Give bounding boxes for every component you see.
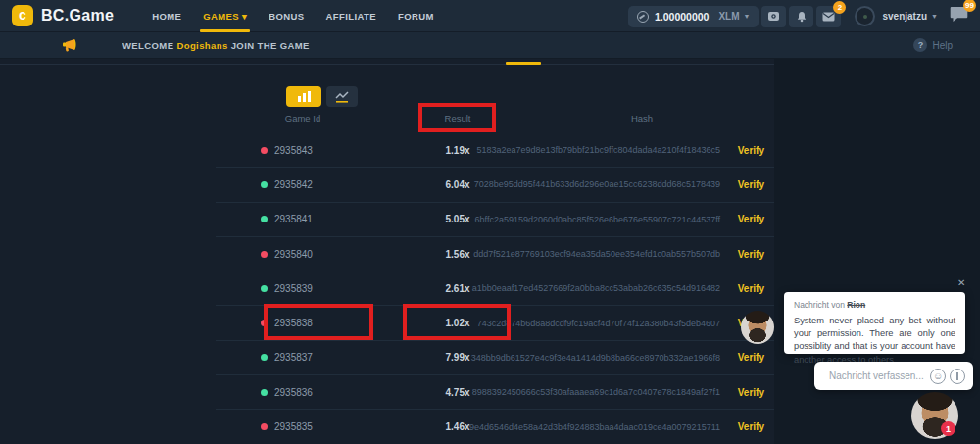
chevron-down-icon: ▼ — [744, 13, 751, 20]
help-label: Help — [932, 40, 953, 51]
verify-link[interactable]: Verify — [738, 168, 764, 201]
verify-link[interactable]: Verify — [738, 203, 764, 236]
game-id: 2935840 — [274, 249, 313, 260]
brand-logo[interactable]: c BC.Game — [12, 5, 114, 26]
username[interactable]: svenjatzu — [882, 11, 927, 22]
close-icon[interactable]: ✕ — [957, 277, 965, 288]
table-row: 29358377.99x348bb9db61527e4c9f3e4a1414d9… — [216, 341, 774, 375]
balance-selector[interactable]: 1.00000000 XLM ▼ — [628, 6, 760, 27]
game-id: 2935841 — [274, 214, 313, 224]
status-dot-red — [261, 147, 268, 154]
status-dot-green — [261, 389, 268, 396]
vault-icon — [767, 11, 780, 23]
chat-message-card: Nachricht von Rion System never placed a… — [784, 292, 965, 354]
nav-item-affiliate[interactable]: AFFILIATE — [316, 0, 387, 32]
messages-button[interactable]: 2 — [816, 6, 841, 27]
verify-link[interactable]: Verify — [738, 375, 764, 409]
hash-value: 348bb9db61527e4c9f3e4a1414d9b8ba66ce8970… — [471, 341, 720, 374]
bell-icon — [796, 11, 808, 23]
status-dot-green — [261, 354, 268, 361]
table-row: 29358401.56xddd7f521e87769103ecf94ea35da… — [216, 237, 774, 271]
notifications-button[interactable] — [789, 6, 813, 27]
status-dot-red — [261, 423, 268, 430]
highlight-box-result-header — [418, 103, 496, 132]
column-header-game-id: Game Id — [264, 113, 342, 123]
nav-item-home[interactable]: HOME — [141, 0, 192, 32]
game-id-cell[interactable]: 2935835 — [261, 410, 313, 443]
welcome-username: Dogishans — [176, 40, 227, 51]
chat-input-bar: ☺ — [814, 362, 973, 390]
highlight-box-game-id-2935838 — [264, 304, 373, 340]
welcome-prefix: WELCOME — [122, 40, 173, 51]
trends-view-button[interactable] — [326, 86, 358, 107]
game-id: 2935836 — [274, 387, 313, 398]
game-id: 2935837 — [274, 352, 313, 363]
balance-currency: XLM — [718, 11, 739, 22]
bar-chart-icon — [297, 91, 312, 102]
chat-sender-avatar[interactable] — [741, 311, 774, 344]
game-id-cell[interactable]: 2935841 — [261, 203, 313, 236]
chat-avatar-badge: 1 — [941, 421, 956, 436]
status-dot-green — [261, 285, 268, 292]
table-row: 29358351.46x9e4d6546d4e58a42d3b4f924883b… — [216, 410, 774, 444]
game-id-cell[interactable]: 2935836 — [261, 375, 313, 409]
top-bar: c BC.Game HOMEGAMES ▾BONUSAFFILIATEFORUM… — [0, 0, 980, 32]
game-id: 2935835 — [274, 421, 313, 432]
verify-link[interactable]: Verify — [738, 271, 764, 305]
nav-item-forum[interactable]: FORUM — [387, 0, 445, 32]
chat-message-text: System never placed any bet without your… — [794, 315, 956, 367]
table-row: 29358392.61xa1bb0eaaf17ed4527669f2a0bba8… — [216, 271, 774, 306]
info-icon[interactable] — [950, 369, 965, 384]
history-view-button[interactable] — [286, 86, 321, 107]
table-row: 29358426.04x7028be95dd95f441b633d6d296e0… — [216, 168, 774, 202]
game-id-cell[interactable]: 2935837 — [261, 341, 313, 374]
chat-sender-name[interactable]: Rion — [847, 300, 865, 310]
chat-message-input[interactable] — [829, 370, 926, 381]
welcome-banner: WELCOME Dogishans JOIN THE GAME ? Help — [0, 32, 980, 59]
game-id: 2935842 — [274, 179, 313, 190]
game-id-cell[interactable]: 2935842 — [261, 168, 313, 201]
hash-value: 5183a2ea7e9d8e13fb79bbf21bc9ffc804dada4a… — [476, 133, 720, 167]
main-nav: HOMEGAMES ▾BONUSAFFILIATEFORUM — [141, 0, 445, 32]
vault-button[interactable] — [761, 6, 786, 27]
user-chevron-down-icon[interactable]: ▼ — [931, 13, 938, 20]
hash-value: 7028be95dd95f441b633d6d296e0ae15cc6238dd… — [474, 168, 720, 201]
hash-value: 8988392450666c53f30afaaaea69c1d6a7c0407e… — [472, 375, 720, 409]
active-tab-indicator — [506, 62, 541, 65]
chat-from-label: Nachricht von — [794, 300, 845, 310]
nav-item-bonus[interactable]: BONUS — [258, 0, 315, 32]
verify-link[interactable]: Verify — [738, 341, 764, 374]
game-id-cell[interactable]: 2935840 — [261, 237, 313, 271]
game-id: 2935839 — [274, 283, 313, 294]
mail-badge: 2 — [833, 1, 846, 14]
hash-value: 6bffc2a59159d2060d0abc85f526e6be676e5590… — [475, 203, 720, 236]
hash-value: 743c2d874b6d8a8dcdf9fc19acf4d70f74f12a38… — [477, 306, 720, 339]
emoji-icon[interactable]: ☺ — [930, 369, 946, 384]
table-row: 29358415.05x6bffc2a59159d2060d0abc85f526… — [216, 203, 774, 237]
game-id-cell[interactable]: 2935843 — [261, 133, 313, 167]
bcgame-logo-icon: c — [12, 5, 33, 26]
table-row: 29358431.19x5183a2ea7e9d8e13fb79bbf21bc9… — [216, 133, 774, 168]
mail-icon — [822, 12, 835, 22]
megaphone-icon — [61, 38, 77, 53]
verify-link[interactable]: Verify — [738, 237, 764, 271]
chat-toggle-button[interactable]: 99 — [950, 6, 968, 26]
brand-name: BC.Game — [41, 7, 114, 25]
coin-icon — [637, 11, 649, 23]
verify-link[interactable]: Verify — [738, 133, 764, 167]
status-dot-green — [261, 181, 268, 188]
status-dot-red — [261, 251, 268, 258]
help-button[interactable]: ? Help — [913, 38, 953, 52]
top-right-controls: 1.00000000 XLM ▼ — [628, 0, 974, 32]
trend-chart-icon — [335, 91, 349, 103]
nav-item-games[interactable]: GAMES ▾ — [192, 0, 258, 32]
help-icon: ? — [913, 38, 927, 52]
balance-amount: 1.00000000 — [655, 11, 709, 23]
verify-link[interactable]: Verify — [738, 410, 764, 443]
welcome-suffix: JOIN THE GAME — [231, 40, 310, 51]
table-row: 29358364.75x8988392450666c53f30afaaaea69… — [216, 375, 774, 410]
column-header-hash: Hash — [603, 113, 681, 123]
bets-table-body: 29358431.19x5183a2ea7e9d8e13fb79bbf21bc9… — [216, 133, 774, 444]
user-avatar[interactable] — [855, 6, 875, 26]
game-id-cell[interactable]: 2935839 — [261, 271, 313, 305]
